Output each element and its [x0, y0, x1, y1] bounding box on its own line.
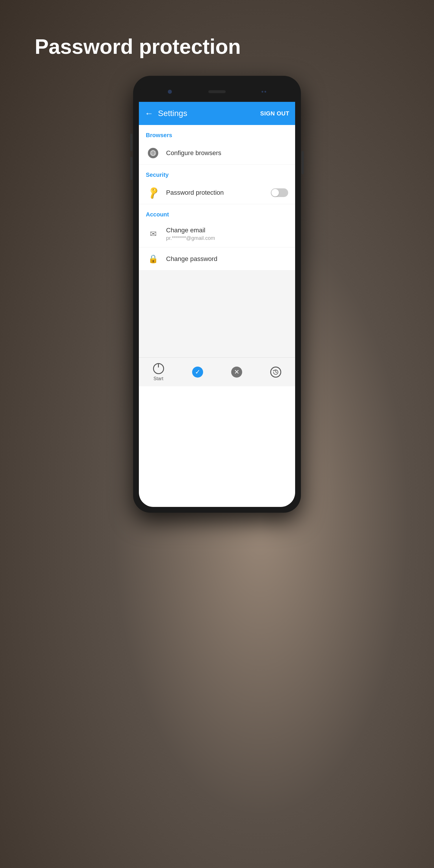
- nav-start[interactable]: Start: [153, 363, 164, 381]
- phone-hardware-top: [139, 82, 295, 102]
- nav-close[interactable]: ✕: [231, 366, 243, 378]
- globe-icon-wrapper: [146, 148, 160, 158]
- envelope-icon-wrapper: ✉: [146, 229, 160, 239]
- front-camera: [168, 90, 172, 94]
- led-dot-1: [261, 91, 263, 93]
- security-section-header: Security: [139, 165, 295, 181]
- led-indicators: [261, 91, 266, 93]
- x-icon-wrapper: ✕: [231, 366, 243, 378]
- power-side-button: [302, 151, 304, 174]
- phone-frame: ← Settings SIGN OUT Browsers: [133, 76, 301, 513]
- sign-out-button[interactable]: SIGN OUT: [260, 110, 289, 117]
- nav-check[interactable]: ✓: [192, 366, 204, 378]
- nav-history[interactable]: [270, 366, 281, 378]
- led-dot-2: [265, 91, 266, 93]
- password-protection-title: Password protection: [166, 189, 271, 196]
- phone-screen: ← Settings SIGN OUT Browsers: [139, 82, 295, 507]
- password-protection-content: Password protection: [166, 189, 271, 196]
- settings-list: Browsers: [139, 125, 295, 357]
- change-email-item[interactable]: ✉ Change email pr.*******@gmail.com: [139, 221, 295, 247]
- bottom-navigation: Start ✓ ✕: [139, 357, 295, 386]
- lock-icon: 🔒: [148, 254, 158, 264]
- back-button[interactable]: ←: [145, 108, 153, 118]
- envelope-icon: ✉: [150, 229, 157, 239]
- app-bar: ← Settings SIGN OUT: [139, 102, 295, 125]
- app-bar-title: Settings: [158, 109, 187, 118]
- history-svg: [273, 369, 279, 375]
- key-icon-wrapper: 🔑: [146, 187, 160, 197]
- empty-content-area: [139, 271, 295, 357]
- nav-start-label: Start: [154, 376, 163, 381]
- history-icon: [270, 367, 281, 378]
- power-icon: [153, 363, 164, 374]
- change-password-content: Change password: [166, 255, 288, 263]
- lock-icon-wrapper: 🔒: [146, 254, 160, 264]
- key-icon: 🔑: [146, 185, 160, 199]
- speaker: [208, 90, 226, 93]
- screen-content: ← Settings SIGN OUT Browsers: [139, 102, 295, 507]
- page-title: Password protection: [0, 35, 241, 58]
- volume-up-button: [130, 134, 132, 151]
- password-protection-item[interactable]: 🔑 Password protection: [139, 181, 295, 204]
- history-icon-wrapper: [270, 366, 281, 378]
- volume-down-button: [130, 157, 132, 180]
- x-circle-icon: ✕: [231, 367, 242, 378]
- toggle-knob: [271, 189, 279, 196]
- change-email-title: Change email: [166, 226, 288, 234]
- password-toggle-wrapper[interactable]: [271, 188, 288, 197]
- power-icon-shape: [153, 363, 164, 374]
- change-email-content: Change email pr.*******@gmail.com: [166, 226, 288, 241]
- globe-icon: [148, 148, 158, 158]
- globe-svg: [150, 150, 156, 156]
- change-password-title: Change password: [166, 255, 288, 263]
- app-bar-left: ← Settings: [145, 108, 187, 118]
- change-email-subtitle: pr.*******@gmail.com: [166, 235, 288, 241]
- password-protection-toggle[interactable]: [271, 188, 288, 197]
- account-section-header: Account: [139, 204, 295, 221]
- change-password-item[interactable]: 🔒 Change password: [139, 247, 295, 271]
- configure-browsers-title: Configure browsers: [166, 149, 288, 157]
- check-circle-icon: ✓: [192, 367, 203, 378]
- browsers-section-header: Browsers: [139, 125, 295, 142]
- configure-browsers-content: Configure browsers: [166, 149, 288, 157]
- check-icon-wrapper: ✓: [192, 366, 204, 378]
- configure-browsers-item[interactable]: Configure browsers: [139, 142, 295, 165]
